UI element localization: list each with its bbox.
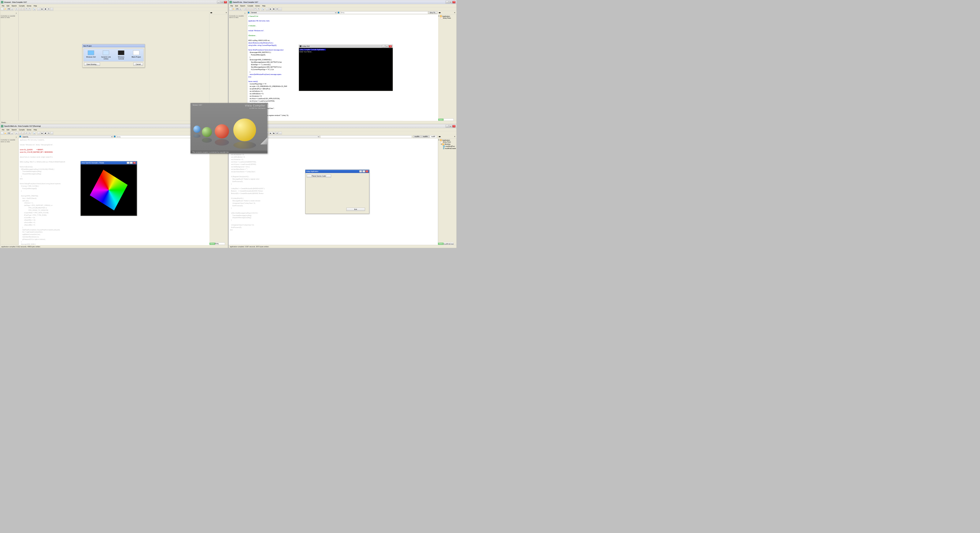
close-button[interactable]: ✕ — [224, 1, 227, 3]
entry-input[interactable] — [340, 11, 428, 14]
minimize-button[interactable]: _ — [445, 125, 449, 127]
panel-close-icon[interactable]: ✕ — [244, 12, 246, 14]
project-type-item[interactable]: Blank Project — [130, 51, 142, 60]
arrow-right-icon[interactable]: ▶ — [211, 12, 213, 13]
menu-extras[interactable]: Extras — [255, 5, 261, 7]
toolbar-button[interactable]: ⬜ — [51, 132, 53, 134]
entry-input[interactable] — [320, 135, 412, 138]
tree-root[interactable]: ▾Application — [439, 139, 456, 141]
menu-file[interactable]: File — [1, 5, 5, 7]
toolbar-button[interactable]: 📂 — [4, 8, 7, 10]
minimize-button[interactable]: _ — [217, 1, 220, 3]
minimize-button[interactable]: _ — [127, 161, 129, 164]
menu-file[interactable]: File — [229, 5, 234, 7]
close-button[interactable]: ✕ — [365, 170, 368, 172]
menu-edit[interactable]: Edit — [234, 5, 239, 7]
name-input[interactable] — [444, 118, 454, 121]
name-tab[interactable]: Name — [438, 243, 443, 245]
toolbar-button[interactable]: ⏹ — [44, 132, 47, 134]
close-button[interactable]: ✕ — [389, 45, 392, 48]
toolbar-button[interactable]: ↶ — [25, 132, 28, 134]
menu-edit[interactable]: Edit — [5, 5, 10, 7]
entry-po-button[interactable]: Entry Po.. — [428, 11, 437, 14]
toolbar-button[interactable]: ↶ — [253, 8, 256, 10]
editor-tab[interactable]: modWn — [422, 136, 429, 138]
menu-help[interactable]: Help — [261, 5, 267, 7]
toolbar-button[interactable]: 🔍 — [33, 8, 35, 10]
menu-help[interactable]: Help — [32, 5, 38, 7]
exit-button[interactable]: Exit — [347, 208, 365, 211]
toolbar-button[interactable]: ⚙ — [276, 8, 278, 10]
toolbar-button[interactable]: ⎙ — [239, 8, 242, 10]
close-button[interactable]: ✕ — [133, 161, 136, 164]
menu-search[interactable]: Search — [10, 5, 18, 7]
project-type-item[interactable]: Windows Console — [115, 51, 127, 60]
console-body[interactable]: Linley Compiler Console Application .. E… — [299, 48, 393, 91]
titlebar[interactable]: Unsaved - Visia Compiler 4.8.7 _ ▭ ✕ — [0, 0, 228, 4]
maximize-button[interactable]: ▭ — [385, 45, 388, 48]
titlebar[interactable]: GameXO.vla - Visia Compiler 4.8.7 _ ▭ ✕ — [229, 0, 457, 4]
panel-close-icon[interactable]: ✕ — [225, 12, 228, 13]
menu-compile[interactable]: Compile — [18, 129, 26, 131]
opengl-titlebar[interactable]: Visia OpenGL Example » Rotate _ ▭ ✕ — [81, 161, 137, 164]
toolbar-button[interactable]: ⚙ — [47, 8, 50, 10]
toolbar-button[interactable]: ▶ — [269, 132, 272, 134]
maximize-button[interactable]: ▭ — [449, 1, 452, 3]
menu-extras[interactable]: Extras — [26, 5, 32, 7]
toolbar-button[interactable]: 📄 — [229, 8, 232, 10]
toolbar-button[interactable]: ⏹ — [272, 132, 275, 134]
toolbar-button[interactable]: 📂 — [4, 132, 7, 134]
minimize-button[interactable]: _ — [445, 1, 449, 3]
maximize-button[interactable]: ▭ — [220, 1, 224, 3]
toolbar-button[interactable]: 📋 — [18, 8, 21, 10]
toolbar-button[interactable]: ▶ — [41, 8, 43, 10]
toolbar-button[interactable]: 📋 — [247, 8, 250, 10]
toolbar-button[interactable]: ✂ — [15, 132, 18, 134]
close-button[interactable]: ✕ — [453, 1, 456, 3]
toolbar-button[interactable]: ↶ — [25, 8, 28, 10]
open-existing-button[interactable]: Open Existing .. — [84, 63, 100, 66]
menu-help[interactable]: Help — [32, 129, 38, 131]
name-tab[interactable]: Name — [438, 119, 443, 121]
panel-close-icon[interactable]: ✕ — [15, 136, 18, 138]
minimize-button[interactable]: _ — [382, 45, 385, 48]
toolbar-button[interactable]: ⬜ — [37, 8, 40, 10]
toolbar-button[interactable]: 📄 — [1, 132, 3, 134]
toolbar-button[interactable]: ⬜ — [51, 8, 53, 10]
panel-close-icon[interactable]: ✕ — [15, 12, 18, 14]
toolbar-button[interactable]: ↷ — [28, 8, 31, 10]
toolbar-button[interactable]: ⬜ — [279, 132, 282, 134]
toolbar-button[interactable]: ⚙ — [47, 132, 50, 134]
menu-compile[interactable]: Compile — [247, 5, 255, 7]
toolbar-button[interactable]: ▶ — [269, 8, 272, 10]
toolbar-button[interactable]: 💾 — [236, 8, 239, 10]
arrow-right-icon[interactable]: ▶ — [440, 12, 441, 13]
toolbar-button[interactable]: 📋 — [22, 132, 24, 134]
toolbar-button[interactable]: ⎙ — [10, 8, 13, 10]
editor-tab[interactable]: modM — [430, 136, 437, 138]
maximize-button[interactable]: ▭ — [449, 125, 452, 127]
maximize-button[interactable]: ▭ — [130, 161, 133, 164]
tree-item[interactable]: ▾Modules — [439, 143, 456, 145]
toolbar-button[interactable]: 📋 — [250, 8, 253, 10]
toolbar-button[interactable]: ⏹ — [44, 8, 47, 10]
toolbar-button[interactable]: ⚙ — [276, 132, 278, 134]
toolbar-button[interactable]: ⏹ — [272, 8, 275, 10]
dialog-title[interactable]: New Project — [82, 45, 145, 48]
menu-edit[interactable]: Edit — [5, 129, 10, 131]
toolbar-button[interactable]: ▶ — [41, 132, 43, 134]
menu-file[interactable]: File — [1, 129, 5, 131]
panel-close-icon[interactable]: ✕ — [454, 12, 456, 13]
name-tab[interactable]: Name — [210, 243, 215, 245]
minimize-button[interactable]: _ — [359, 170, 362, 172]
tree-item[interactable]: modWndCreate — [439, 147, 456, 149]
project-type-item[interactable]: Windows GUI — [85, 51, 97, 60]
scope-dropdown[interactable]: General — [250, 11, 337, 14]
toolbar-button[interactable]: 🔍 — [33, 132, 35, 134]
toolbar-button[interactable]: 📄 — [1, 8, 3, 10]
editor-tab[interactable]: modWn — [413, 136, 421, 138]
toolbar-button[interactable]: 📋 — [18, 132, 21, 134]
tree-root[interactable]: ▾Application — [439, 15, 456, 17]
toolbar-button[interactable]: ↷ — [257, 8, 259, 10]
toolbar-button[interactable]: ⬜ — [279, 8, 282, 10]
